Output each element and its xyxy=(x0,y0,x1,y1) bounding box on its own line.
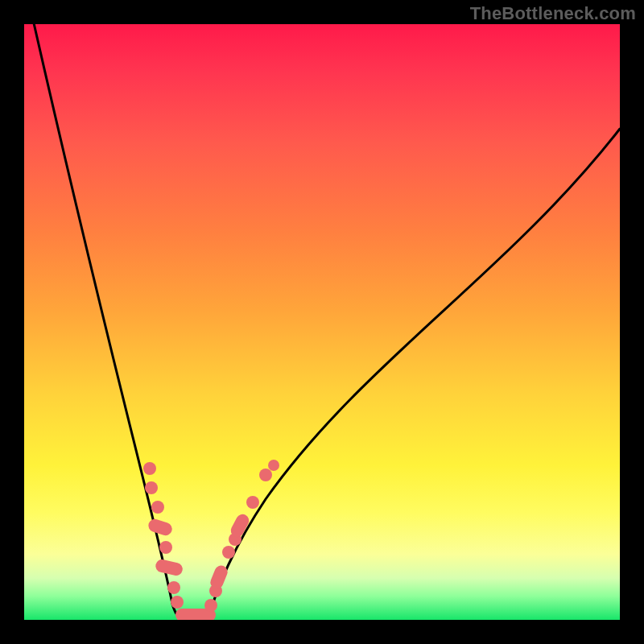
marker-dot xyxy=(259,469,272,481)
marker-capsule xyxy=(147,518,173,537)
marker-dot xyxy=(171,596,184,609)
marker-dot xyxy=(145,481,158,494)
marker-group xyxy=(143,460,279,620)
chart-svg xyxy=(24,24,620,620)
marker-dot xyxy=(151,501,164,514)
marker-dot xyxy=(204,599,217,612)
curve-group xyxy=(32,24,620,620)
chart-plot-area xyxy=(24,24,620,620)
curve-right-branch xyxy=(196,129,620,620)
marker-dot xyxy=(246,496,259,509)
marker-dot xyxy=(167,581,180,594)
marker-dot xyxy=(159,541,172,554)
watermark-text: TheBottleneck.com xyxy=(470,3,636,24)
marker-dot xyxy=(143,462,156,475)
marker-dot xyxy=(222,546,235,559)
marker-capsule xyxy=(155,558,184,576)
marker-dot xyxy=(268,460,279,471)
